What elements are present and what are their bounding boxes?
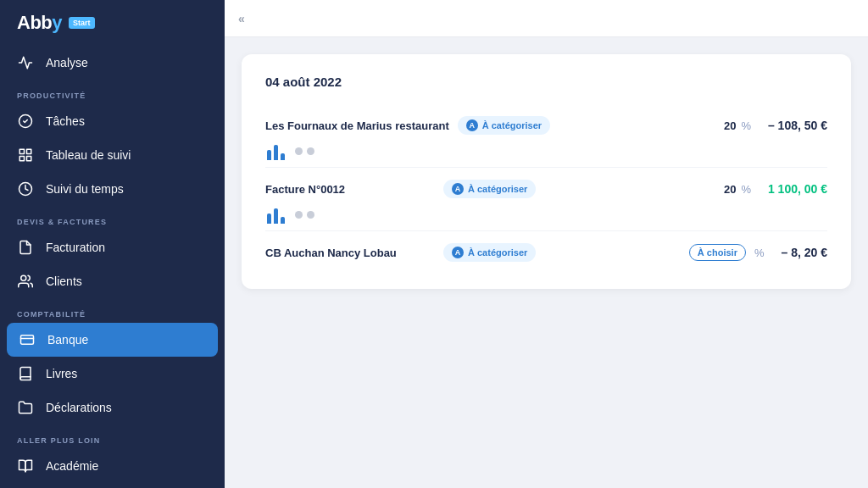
tva-area-1: 20 %: [724, 119, 751, 132]
category-label-1: À catégoriser: [482, 120, 542, 130]
sidebar-item-clients[interactable]: Clients: [0, 264, 225, 298]
banque-icon: [19, 331, 36, 348]
sidebar-item-label: Analyse: [46, 56, 88, 69]
dots-2: [295, 211, 314, 219]
sidebar-item-banque[interactable]: Banque: [7, 323, 218, 357]
section-label-aller: ALLER PLUS LOIN: [0, 424, 225, 449]
bar: [267, 150, 271, 160]
category-label-2: À catégoriser: [468, 184, 527, 194]
svg-rect-1: [19, 149, 24, 153]
sidebar-item-label: Tableau de suivi: [46, 148, 131, 162]
sidebar-item-livres[interactable]: Livres: [0, 357, 225, 391]
academie-icon: [17, 458, 34, 474]
transaction-main-1: Les Fournaux de Marius restaurant A À ca…: [265, 116, 827, 135]
sidebar-item-label: Déclarations: [46, 401, 112, 414]
transaction-name-3: CB Auchan Nancy Lobau: [265, 247, 435, 259]
sidebar-item-label: Clients: [46, 274, 82, 288]
bar-chart-2: [267, 205, 285, 224]
transaction-sub-1: [265, 141, 827, 160]
section-label-devis: DEVIS & FACTURES: [0, 206, 225, 230]
bar: [274, 145, 278, 160]
sidebar-item-declarations[interactable]: Déclarations: [0, 391, 225, 424]
dot: [307, 211, 314, 219]
sidebar-item-label: Tâches: [46, 114, 85, 128]
tva-area-2: 20 %: [724, 183, 751, 196]
dots-1: [295, 147, 314, 155]
sidebar-item-facturation[interactable]: Facturation: [0, 230, 225, 264]
collapse-button[interactable]: «: [238, 12, 245, 25]
logo-text: Abby: [17, 12, 62, 34]
amount-3: – 8, 20 €: [782, 246, 828, 259]
amount-1: – 108, 50 €: [768, 119, 827, 132]
category-badge-2[interactable]: A À catégoriser: [443, 180, 536, 198]
amount-2: 1 100, 00 €: [768, 182, 827, 196]
transaction-name-2: Facture N°0012: [265, 183, 435, 196]
transaction-sub-2: [265, 205, 827, 224]
sidebar-item-taches[interactable]: Tâches: [0, 104, 225, 138]
choose-badge[interactable]: À choisir: [689, 244, 746, 261]
svg-rect-7: [21, 336, 34, 345]
bar: [281, 217, 285, 224]
svg-rect-3: [19, 157, 24, 161]
sidebar-item-label: Suivi du temps: [46, 182, 124, 196]
section-label-productivite: PRODUCTIVITÉ: [0, 80, 225, 104]
transaction-main-3: CB Auchan Nancy Lobau A À catégoriser À …: [265, 243, 827, 262]
bar: [274, 208, 278, 224]
top-bar: «: [225, 0, 868, 37]
transaction-row: Les Fournaux de Marius restaurant A À ca…: [265, 104, 827, 168]
dot: [295, 211, 303, 219]
transaction-main-2: Facture N°0012 A À catégoriser 20 % 1 10…: [265, 180, 827, 198]
dot: [295, 147, 303, 155]
tva-value-2: 20: [724, 183, 736, 196]
svg-rect-4: [27, 157, 31, 161]
sidebar-item-label: Académie: [46, 459, 98, 473]
analyse-icon: [17, 54, 34, 71]
sidebar-item-tableau[interactable]: Tableau de suivi: [0, 138, 225, 172]
badge-icon-3: A: [452, 247, 464, 258]
badge-icon-1: A: [466, 119, 478, 131]
declarations-icon: [17, 399, 34, 416]
sidebar-item-label: Livres: [46, 367, 77, 380]
sidebar-item-academie[interactable]: Académie: [0, 449, 225, 483]
tva-value-1: 20: [724, 119, 736, 132]
sidebar-item-analyse[interactable]: Analyse: [0, 46, 225, 80]
date-label: 04 août 2022: [265, 75, 827, 89]
taches-icon: [17, 113, 34, 130]
category-badge-3[interactable]: A À catégoriser: [443, 243, 536, 262]
temps-icon: [17, 180, 34, 197]
transaction-row: Facture N°0012 A À catégoriser 20 % 1 10…: [265, 168, 827, 231]
clients-icon: [17, 273, 34, 290]
livres-icon: [17, 365, 34, 382]
transaction-row: CB Auchan Nancy Lobau A À catégoriser À …: [265, 231, 827, 269]
bar: [281, 153, 285, 160]
sidebar-item-label: Banque: [47, 333, 88, 347]
bar-chart-1: [267, 141, 285, 160]
transactions-card: 04 août 2022 Les Fournaux de Marius rest…: [242, 54, 851, 289]
main-content: « 04 août 2022 Les Fournaux de Marius re…: [225, 0, 868, 488]
bar: [267, 214, 271, 224]
logo: Abby Start: [0, 0, 225, 46]
sidebar-item-temps[interactable]: Suivi du temps: [0, 172, 225, 206]
tva-percent-1: %: [741, 119, 751, 132]
sidebar: Abby Start Analyse PRODUCTIVITÉ Tâches T…: [0, 0, 225, 488]
sidebar-item-store[interactable]: Store: [0, 483, 225, 488]
logo-badge: Start: [69, 17, 95, 29]
svg-point-6: [21, 275, 26, 280]
transaction-name-1: Les Fournaux de Marius restaurant: [265, 119, 449, 132]
sidebar-item-label: Facturation: [46, 241, 105, 254]
tableau-icon: [17, 147, 34, 164]
tva-area-3: À choisir %: [689, 244, 765, 261]
category-badge-1[interactable]: A À catégoriser: [458, 116, 550, 135]
content-area: 04 août 2022 Les Fournaux de Marius rest…: [225, 37, 868, 488]
tva-percent-2: %: [741, 183, 751, 196]
tva-percent-3: %: [754, 247, 765, 259]
category-label-3: À catégoriser: [468, 247, 527, 258]
dot: [307, 147, 314, 155]
section-label-comptabilite: COMPTABILITÉ: [0, 298, 225, 323]
facturation-icon: [17, 239, 34, 256]
badge-icon-2: A: [452, 183, 464, 195]
svg-rect-2: [27, 149, 31, 153]
